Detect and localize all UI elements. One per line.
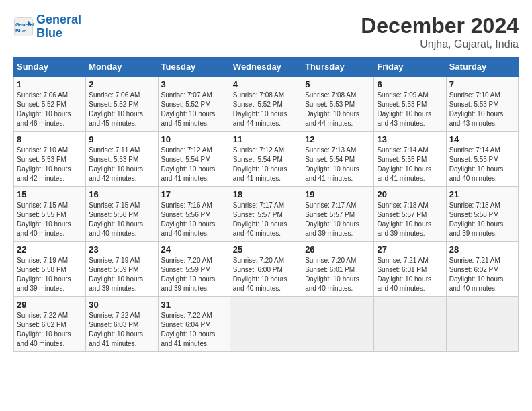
- day-number: 13: [377, 134, 443, 144]
- day-detail: Sunrise: 7:22 AMSunset: 6:02 PMDaylight:…: [17, 311, 83, 349]
- calendar-cell: 21Sunrise: 7:18 AMSunset: 5:58 PMDayligh…: [446, 187, 518, 242]
- day-number: 14: [449, 134, 515, 144]
- day-detail: Sunrise: 7:20 AMSunset: 6:01 PMDaylight:…: [305, 256, 371, 293]
- calendar-cell: 12Sunrise: 7:13 AMSunset: 5:54 PMDayligh…: [302, 132, 374, 187]
- calendar-week-row: 29Sunrise: 7:22 AMSunset: 6:02 PMDayligh…: [14, 297, 519, 352]
- logo-line2: Blue: [36, 26, 62, 40]
- weekday-header-wednesday: Wednesday: [230, 58, 302, 77]
- day-detail: Sunrise: 7:18 AMSunset: 5:58 PMDaylight:…: [449, 201, 515, 238]
- day-number: 6: [377, 79, 443, 89]
- calendar-week-row: 1Sunrise: 7:06 AMSunset: 5:52 PMDaylight…: [14, 77, 519, 132]
- day-detail: Sunrise: 7:20 AMSunset: 5:59 PMDaylight:…: [161, 256, 227, 293]
- weekday-header-friday: Friday: [374, 58, 446, 77]
- day-number: 27: [377, 244, 443, 255]
- day-number: 1: [17, 79, 83, 89]
- day-detail: Sunrise: 7:19 AMSunset: 5:58 PMDaylight:…: [17, 256, 83, 293]
- day-number: 11: [233, 134, 299, 144]
- weekday-header-monday: Monday: [86, 58, 158, 77]
- location: Unjha, Gujarat, India: [361, 38, 519, 50]
- day-number: 29: [17, 300, 83, 310]
- logo-icon: General Blue: [13, 17, 34, 37]
- day-detail: Sunrise: 7:10 AMSunset: 5:53 PMDaylight:…: [17, 146, 83, 183]
- day-detail: Sunrise: 7:09 AMSunset: 5:53 PMDaylight:…: [377, 91, 443, 128]
- calendar-cell: 3Sunrise: 7:07 AMSunset: 5:52 PMDaylight…: [158, 77, 230, 132]
- calendar-cell: 4Sunrise: 7:08 AMSunset: 5:52 PMDaylight…: [230, 77, 302, 132]
- day-detail: Sunrise: 7:08 AMSunset: 5:52 PMDaylight:…: [233, 91, 299, 128]
- day-number: 16: [89, 189, 154, 199]
- day-detail: Sunrise: 7:19 AMSunset: 5:59 PMDaylight:…: [89, 256, 154, 293]
- day-number: 4: [233, 79, 299, 89]
- day-detail: Sunrise: 7:06 AMSunset: 5:52 PMDaylight:…: [89, 91, 154, 128]
- day-number: 19: [305, 189, 371, 199]
- calendar-cell: 26Sunrise: 7:20 AMSunset: 6:01 PMDayligh…: [302, 242, 374, 297]
- day-detail: Sunrise: 7:22 AMSunset: 6:04 PMDaylight:…: [161, 311, 227, 349]
- day-number: 20: [377, 189, 443, 199]
- logo: General Blue General Blue: [13, 13, 81, 40]
- calendar-week-row: 22Sunrise: 7:19 AMSunset: 5:58 PMDayligh…: [14, 242, 519, 297]
- month-title: December 2024: [361, 13, 519, 38]
- day-detail: Sunrise: 7:06 AMSunset: 5:52 PMDaylight:…: [17, 91, 83, 128]
- calendar-cell: 28Sunrise: 7:21 AMSunset: 6:02 PMDayligh…: [446, 242, 518, 297]
- day-detail: Sunrise: 7:21 AMSunset: 6:01 PMDaylight:…: [377, 256, 443, 293]
- calendar-cell: 1Sunrise: 7:06 AMSunset: 5:52 PMDaylight…: [14, 77, 86, 132]
- calendar-cell: 2Sunrise: 7:06 AMSunset: 5:52 PMDaylight…: [86, 77, 158, 132]
- day-detail: Sunrise: 7:15 AMSunset: 5:56 PMDaylight:…: [89, 201, 154, 238]
- day-number: 22: [17, 244, 83, 255]
- day-number: 9: [89, 134, 154, 144]
- day-number: 18: [233, 189, 299, 199]
- day-detail: Sunrise: 7:12 AMSunset: 5:54 PMDaylight:…: [233, 146, 299, 183]
- day-number: 24: [161, 244, 227, 255]
- weekday-header-tuesday: Tuesday: [158, 58, 230, 77]
- calendar-cell: 23Sunrise: 7:19 AMSunset: 5:59 PMDayligh…: [86, 242, 158, 297]
- day-number: 2: [89, 79, 154, 89]
- calendar-cell: 11Sunrise: 7:12 AMSunset: 5:54 PMDayligh…: [230, 132, 302, 187]
- day-detail: Sunrise: 7:18 AMSunset: 5:57 PMDaylight:…: [377, 201, 443, 238]
- title-section: December 2024 Unjha, Gujarat, India: [361, 13, 519, 50]
- calendar-cell: 24Sunrise: 7:20 AMSunset: 5:59 PMDayligh…: [158, 242, 230, 297]
- day-number: 8: [17, 134, 83, 144]
- day-detail: Sunrise: 7:13 AMSunset: 5:54 PMDaylight:…: [305, 146, 371, 183]
- calendar-cell: 9Sunrise: 7:11 AMSunset: 5:53 PMDaylight…: [86, 132, 158, 187]
- day-detail: Sunrise: 7:11 AMSunset: 5:53 PMDaylight:…: [89, 146, 154, 183]
- calendar-table: SundayMondayTuesdayWednesdayThursdayFrid…: [13, 57, 519, 352]
- calendar-cell: 7Sunrise: 7:10 AMSunset: 5:53 PMDaylight…: [446, 77, 518, 132]
- calendar-cell: [374, 297, 446, 352]
- day-number: 12: [305, 134, 371, 144]
- day-detail: Sunrise: 7:14 AMSunset: 5:55 PMDaylight:…: [449, 146, 515, 183]
- day-detail: Sunrise: 7:17 AMSunset: 5:57 PMDaylight:…: [305, 201, 371, 238]
- day-detail: Sunrise: 7:14 AMSunset: 5:55 PMDaylight:…: [377, 146, 443, 183]
- weekday-header-sunday: Sunday: [14, 58, 86, 77]
- day-number: 7: [449, 79, 515, 89]
- weekday-header-thursday: Thursday: [302, 58, 374, 77]
- calendar-cell: 17Sunrise: 7:16 AMSunset: 5:56 PMDayligh…: [158, 187, 230, 242]
- calendar-cell: 6Sunrise: 7:09 AMSunset: 5:53 PMDaylight…: [374, 77, 446, 132]
- calendar-cell: 8Sunrise: 7:10 AMSunset: 5:53 PMDaylight…: [14, 132, 86, 187]
- calendar-week-row: 15Sunrise: 7:15 AMSunset: 5:55 PMDayligh…: [14, 187, 519, 242]
- weekday-header-saturday: Saturday: [446, 58, 518, 77]
- calendar-cell: 14Sunrise: 7:14 AMSunset: 5:55 PMDayligh…: [446, 132, 518, 187]
- day-number: 5: [305, 79, 371, 89]
- calendar-cell: 13Sunrise: 7:14 AMSunset: 5:55 PMDayligh…: [374, 132, 446, 187]
- day-detail: Sunrise: 7:17 AMSunset: 5:57 PMDaylight:…: [233, 201, 299, 238]
- day-number: 23: [89, 244, 154, 255]
- logo-text: General Blue: [36, 13, 81, 40]
- calendar-cell: 22Sunrise: 7:19 AMSunset: 5:58 PMDayligh…: [14, 242, 86, 297]
- calendar-cell: 27Sunrise: 7:21 AMSunset: 6:01 PMDayligh…: [374, 242, 446, 297]
- calendar-cell: 19Sunrise: 7:17 AMSunset: 5:57 PMDayligh…: [302, 187, 374, 242]
- calendar-cell: [230, 297, 302, 352]
- day-number: 26: [305, 244, 371, 255]
- day-detail: Sunrise: 7:08 AMSunset: 5:53 PMDaylight:…: [305, 91, 371, 128]
- calendar-cell: 18Sunrise: 7:17 AMSunset: 5:57 PMDayligh…: [230, 187, 302, 242]
- calendar-cell: 16Sunrise: 7:15 AMSunset: 5:56 PMDayligh…: [86, 187, 158, 242]
- day-detail: Sunrise: 7:16 AMSunset: 5:56 PMDaylight:…: [161, 201, 227, 238]
- calendar-cell: 20Sunrise: 7:18 AMSunset: 5:57 PMDayligh…: [374, 187, 446, 242]
- day-number: 17: [161, 189, 227, 199]
- weekday-header-row: SundayMondayTuesdayWednesdayThursdayFrid…: [14, 58, 519, 77]
- calendar-cell: 31Sunrise: 7:22 AMSunset: 6:04 PMDayligh…: [158, 297, 230, 352]
- page-header: General Blue General Blue December 2024 …: [13, 13, 519, 50]
- day-number: 31: [161, 300, 227, 310]
- day-detail: Sunrise: 7:07 AMSunset: 5:52 PMDaylight:…: [161, 91, 227, 128]
- calendar-cell: 29Sunrise: 7:22 AMSunset: 6:02 PMDayligh…: [14, 297, 86, 352]
- calendar-cell: [446, 297, 518, 352]
- day-number: 25: [233, 244, 299, 255]
